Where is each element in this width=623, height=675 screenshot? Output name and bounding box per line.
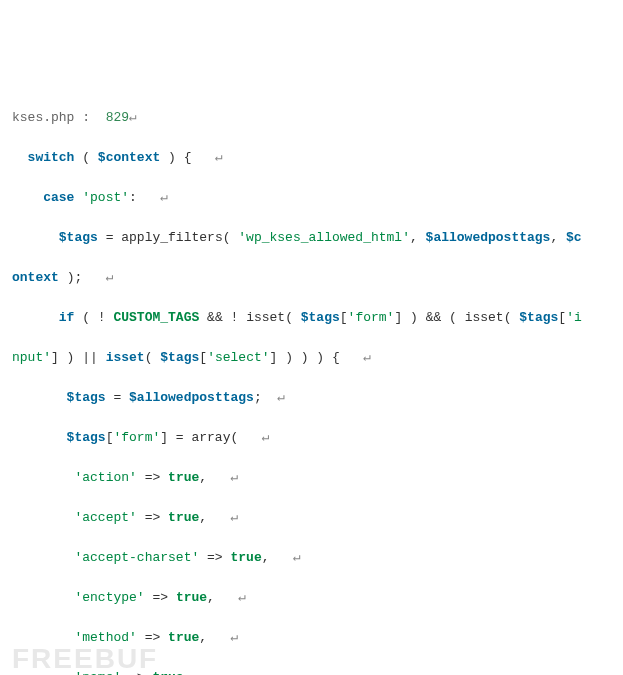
- line-number: 829: [106, 110, 129, 125]
- code-block: kses.php : 829↵ switch ( $context ) { ↵ …: [12, 88, 611, 675]
- code-line: 'accept' => true, ↵: [12, 508, 611, 528]
- code-line: 'accept-charset' => true, ↵: [12, 548, 611, 568]
- code-line: switch ( $context ) { ↵: [12, 148, 611, 168]
- code-line: nput'] ) || isset( $tags['select'] ) ) )…: [12, 348, 611, 368]
- code-line: 'enctype' => true, ↵: [12, 588, 611, 608]
- code-line: $tags['form'] = array( ↵: [12, 428, 611, 448]
- header-line: kses.php : 829↵: [12, 108, 611, 128]
- code-line: 'name' => true, ↵: [12, 668, 611, 675]
- file-name: kses.php: [12, 110, 74, 125]
- code-line: 'method' => true, ↵: [12, 628, 611, 648]
- code-line: ontext ); ↵: [12, 268, 611, 288]
- code-line: if ( ! CUSTOM_TAGS && ! isset( $tags['fo…: [12, 308, 611, 328]
- code-line: 'action' => true, ↵: [12, 468, 611, 488]
- code-line: case 'post': ↵: [12, 188, 611, 208]
- code-line: $tags = apply_filters( 'wp_kses_allowed_…: [12, 228, 611, 248]
- code-line: $tags = $allowedposttags; ↵: [12, 388, 611, 408]
